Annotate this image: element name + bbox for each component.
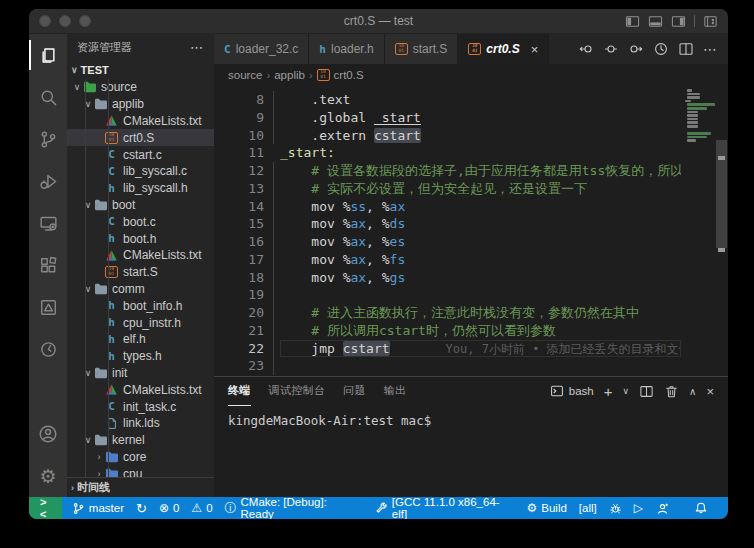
toggle-panel-icon[interactable] xyxy=(648,14,663,29)
panel-tab-item[interactable]: 调试控制台 xyxy=(269,377,326,406)
history-icon[interactable] xyxy=(653,41,669,57)
panel-tab-terminal[interactable]: 终端 xyxy=(228,377,251,406)
new-terminal-icon[interactable]: + xyxy=(604,383,613,400)
timeline-section[interactable]: › 时间线 xyxy=(67,477,214,497)
tab-loader_32.c[interactable]: Cloader_32.c xyxy=(214,34,309,64)
branch-small-icon xyxy=(72,502,85,515)
tree-item-source[interactable]: ∨source xyxy=(67,79,214,96)
status-item-cmake-kit[interactable]: [GCC 11.1.0 x86_64-elf] xyxy=(369,497,521,519)
activity-bar-item-remote-explorer[interactable] xyxy=(29,202,67,244)
breadcrumb-item-source[interactable]: source xyxy=(228,69,263,81)
tree-item-types.h[interactable]: htypes.h xyxy=(67,348,214,365)
tree-item-cmakelists.txt[interactable]: CMakeLists.txt xyxy=(67,247,214,264)
more-actions-icon[interactable]: ⋯ xyxy=(703,41,718,57)
title-bar: crt0.S — test xyxy=(29,9,728,34)
code-line-14: 14 mov %ss, %ax xyxy=(214,198,681,216)
toggle-sidebar-left-icon[interactable] xyxy=(625,14,640,29)
tree-item-comm[interactable]: ∨comm xyxy=(67,281,214,298)
shell-selector[interactable]: bash xyxy=(550,384,594,398)
zoom-window-button[interactable] xyxy=(79,15,91,27)
maximize-panel-icon[interactable]: ∧ xyxy=(689,386,696,397)
folder-icon xyxy=(93,434,108,446)
more-actions-icon[interactable]: ⋯ xyxy=(190,40,204,55)
status-item-sync[interactable]: ↻ xyxy=(130,497,153,519)
tab-start.s[interactable]: 1001start.S xyxy=(385,34,459,64)
c-file-icon: C xyxy=(224,42,231,56)
activity-bar-item-extensions[interactable] xyxy=(29,244,67,286)
activity-bar-item-settings[interactable]: ⚙ xyxy=(29,455,67,497)
nav-forward-icon[interactable] xyxy=(628,41,644,57)
tree-item-cpu_instr.h[interactable]: hcpu_instr.h xyxy=(67,314,214,331)
tree-item-applib[interactable]: ∨applib xyxy=(67,96,214,113)
minimize-window-button[interactable] xyxy=(59,15,71,27)
panel-tab-item[interactable]: 输出 xyxy=(384,377,407,406)
status-item-warnings[interactable]: ⚠0 xyxy=(185,497,218,519)
status-item-launch-target[interactable]: ▷ xyxy=(628,497,649,519)
tree-item-start.s[interactable]: 1001start.S xyxy=(67,264,214,281)
terminal-dropdown-icon[interactable]: ∨ xyxy=(622,386,629,396)
c-file-icon: C xyxy=(104,215,119,228)
status-item-git-branch[interactable]: master xyxy=(66,497,130,519)
terminal-output[interactable]: kingdeMacBook-Air:test mac$ xyxy=(214,405,728,497)
panel-tab-item[interactable]: 问题 xyxy=(343,377,366,406)
breadcrumb-item-crt0.s[interactable]: 1001crt0.S xyxy=(317,69,364,81)
activity-bar-item-source-control[interactable] xyxy=(29,118,67,160)
tree-item-cmakelists.txt[interactable]: CMakeLists.txt xyxy=(67,113,214,130)
status-item-cmake-build[interactable]: ⚙Build xyxy=(521,497,573,519)
close-tab-icon[interactable]: × xyxy=(531,42,539,57)
assembly-file-icon: 1001 xyxy=(317,69,330,81)
code-editor[interactable]: 8 .text9 .global _start10 .extern cstart… xyxy=(214,86,681,376)
split-terminal-icon[interactable] xyxy=(639,384,654,399)
tree-item-elf.h[interactable]: helf.h xyxy=(67,331,214,348)
close-window-button[interactable] xyxy=(39,15,51,27)
indent-guide xyxy=(85,79,86,477)
tree-item-lib_syscall.h[interactable]: hlib_syscall.h xyxy=(67,180,214,197)
cmake-frame-icon xyxy=(39,298,58,317)
editor-scrollbar[interactable] xyxy=(715,86,728,376)
status-item-errors[interactable]: ⊗0 xyxy=(153,497,185,519)
breadcrumb-item-applib[interactable]: applib xyxy=(274,69,305,81)
assembly-file-icon: 1001 xyxy=(104,266,119,278)
activity-bar-item-accounts[interactable] xyxy=(29,413,67,455)
nav-mid-icon[interactable] xyxy=(603,41,619,57)
status-item-remote-indicator[interactable]: >< xyxy=(29,497,62,519)
tree-root-row[interactable]: ∨ TEST xyxy=(67,60,214,79)
minimap[interactable] xyxy=(681,86,715,376)
tree-item-init_task.c[interactable]: Cinit_task.c xyxy=(67,398,214,415)
tree-item-link.lds[interactable]: link.lds xyxy=(67,415,214,432)
toggle-sidebar-right-icon[interactable] xyxy=(671,14,686,29)
activity-bar-item-timer[interactable] xyxy=(29,328,67,370)
tree-item-core[interactable]: ›core xyxy=(67,449,214,466)
status-item-notifications[interactable] xyxy=(688,497,714,519)
activity-bar-item-explorer[interactable] xyxy=(29,34,67,76)
tree-item-boot[interactable]: ∨boot xyxy=(67,197,214,214)
status-item-debug-target[interactable] xyxy=(603,497,628,519)
activity-bar-item-cmake[interactable] xyxy=(29,286,67,328)
line-text: mov %ax, %es xyxy=(280,233,405,251)
tree-item-lib_syscall.c[interactable]: Clib_syscall.c xyxy=(67,163,214,180)
tab-crt0.s[interactable]: 1001crt0.S× xyxy=(458,34,549,64)
status-item-feedback[interactable] xyxy=(649,497,676,519)
status-bar: ><master↻⊗0⚠0ⓘCMake: [Debug]: Ready[GCC … xyxy=(29,497,728,519)
activity-bar-item-run-debug[interactable] xyxy=(29,160,67,202)
assembly-file-icon: 1001 xyxy=(395,43,408,55)
tree-item-kernel[interactable]: ∨kernel xyxy=(67,432,214,449)
customize-layout-icon[interactable] xyxy=(703,14,718,29)
tree-item-boot_info.h[interactable]: hboot_info.h xyxy=(67,297,214,314)
split-editor-icon[interactable] xyxy=(678,41,694,57)
trash-icon[interactable] xyxy=(664,384,679,399)
tree-item-cpu[interactable]: ›cpu xyxy=(67,465,214,477)
status-item-cmake-status[interactable]: ⓘCMake: [Debug]: Ready xyxy=(219,497,369,519)
tab-loader.h[interactable]: hloader.h xyxy=(309,34,384,64)
tree-item-cstart.c[interactable]: Ccstart.c xyxy=(67,146,214,163)
close-panel-icon[interactable]: × xyxy=(706,384,714,399)
tree-item-init[interactable]: ∨init xyxy=(67,365,214,382)
tree-item-crt0.s[interactable]: 1001crt0.S xyxy=(67,129,214,146)
tree-item-boot.h[interactable]: hboot.h xyxy=(67,230,214,247)
nav-back-icon[interactable] xyxy=(578,41,594,57)
tree-item-boot.c[interactable]: Cboot.c xyxy=(67,213,214,230)
line-number: 19 xyxy=(214,286,280,304)
status-item-build-target[interactable]: [all] xyxy=(573,497,603,519)
tree-item-cmakelists.txt[interactable]: CMakeLists.txt xyxy=(67,381,214,398)
activity-bar-item-search[interactable] xyxy=(29,76,67,118)
